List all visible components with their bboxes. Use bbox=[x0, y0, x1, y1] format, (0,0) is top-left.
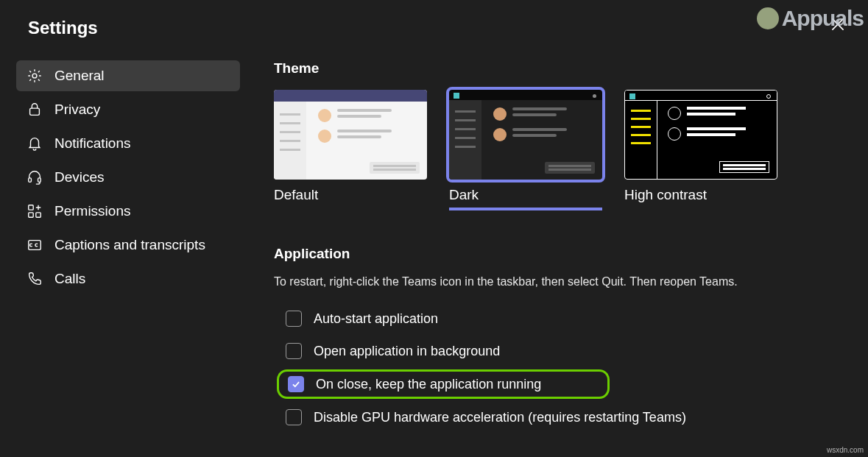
sidebar-item-label: Notifications bbox=[54, 135, 131, 152]
phone-icon bbox=[27, 271, 43, 287]
sidebar-item-permissions[interactable]: Permissions bbox=[16, 196, 240, 227]
checkbox-row-disable-gpu[interactable]: Disable GPU hardware acceleration (requi… bbox=[277, 403, 839, 431]
sidebar-item-label: Calls bbox=[54, 271, 85, 287]
checkbox-row-keep-running[interactable]: On close, keep the application running bbox=[277, 369, 610, 399]
svg-rect-3 bbox=[38, 178, 41, 183]
svg-rect-4 bbox=[29, 205, 33, 210]
checkbox-icon[interactable] bbox=[286, 311, 302, 327]
captions-icon bbox=[27, 237, 43, 253]
theme-label: Dark bbox=[449, 187, 602, 203]
theme-option-dark[interactable]: Dark bbox=[449, 90, 602, 210]
grid-plus-icon bbox=[27, 203, 43, 219]
sidebar-item-label: Permissions bbox=[54, 203, 130, 219]
sidebar-item-label: General bbox=[54, 68, 105, 84]
sidebar-item-calls[interactable]: Calls bbox=[16, 263, 240, 294]
svg-rect-1 bbox=[30, 108, 40, 115]
sidebar-item-captions[interactable]: Captions and transcripts bbox=[16, 230, 240, 261]
page-title: Settings bbox=[0, 0, 868, 38]
theme-heading: Theme bbox=[274, 60, 839, 77]
theme-preview-default bbox=[274, 90, 427, 180]
svg-rect-5 bbox=[29, 213, 33, 217]
theme-preview-dark bbox=[449, 90, 602, 180]
settings-sidebar: General Privacy Notifications Devices bbox=[0, 60, 240, 436]
checkbox-label: Disable GPU hardware acceleration (requi… bbox=[314, 410, 686, 425]
checkbox-icon[interactable] bbox=[288, 376, 304, 392]
theme-label: High contrast bbox=[624, 187, 777, 203]
sidebar-item-label: Devices bbox=[54, 169, 105, 185]
checkbox-label: Auto-start application bbox=[314, 311, 438, 327]
checkbox-row-auto-start[interactable]: Auto-start application bbox=[277, 305, 839, 333]
application-description: To restart, right-click the Teams icon i… bbox=[274, 275, 839, 288]
settings-main: Theme Default bbox=[240, 60, 868, 436]
checkbox-label: On close, keep the application running bbox=[316, 377, 541, 392]
sidebar-item-label: Privacy bbox=[54, 102, 100, 118]
theme-option-default[interactable]: Default bbox=[274, 90, 427, 210]
sidebar-item-notifications[interactable]: Notifications bbox=[16, 128, 240, 159]
bell-icon bbox=[27, 135, 43, 152]
checkbox-row-open-background[interactable]: Open application in background bbox=[277, 337, 839, 365]
sidebar-item-general[interactable]: General bbox=[16, 60, 240, 91]
checkbox-icon[interactable] bbox=[286, 409, 302, 425]
sidebar-item-label: Captions and transcripts bbox=[54, 237, 205, 253]
application-heading: Application bbox=[274, 246, 839, 262]
gear-icon bbox=[27, 68, 43, 84]
checkbox-label: Open application in background bbox=[314, 344, 500, 359]
lock-icon bbox=[27, 102, 43, 118]
sidebar-item-devices[interactable]: Devices bbox=[16, 162, 240, 193]
svg-rect-6 bbox=[36, 213, 40, 217]
theme-row: Default Dark bbox=[274, 90, 839, 210]
headset-icon bbox=[27, 169, 43, 185]
sidebar-item-privacy[interactable]: Privacy bbox=[16, 94, 240, 125]
svg-rect-2 bbox=[29, 178, 32, 183]
theme-selected-underline bbox=[449, 208, 602, 210]
checkbox-icon[interactable] bbox=[286, 343, 302, 359]
close-icon[interactable] bbox=[828, 15, 847, 34]
svg-point-0 bbox=[32, 74, 37, 78]
settings-window: Settings General Privacy Notifica bbox=[0, 0, 868, 457]
theme-preview-high-contrast bbox=[624, 90, 777, 180]
watermark-footer: wsxdn.com bbox=[827, 446, 864, 454]
theme-label: Default bbox=[274, 187, 427, 203]
theme-option-high-contrast[interactable]: High contrast bbox=[624, 90, 777, 210]
